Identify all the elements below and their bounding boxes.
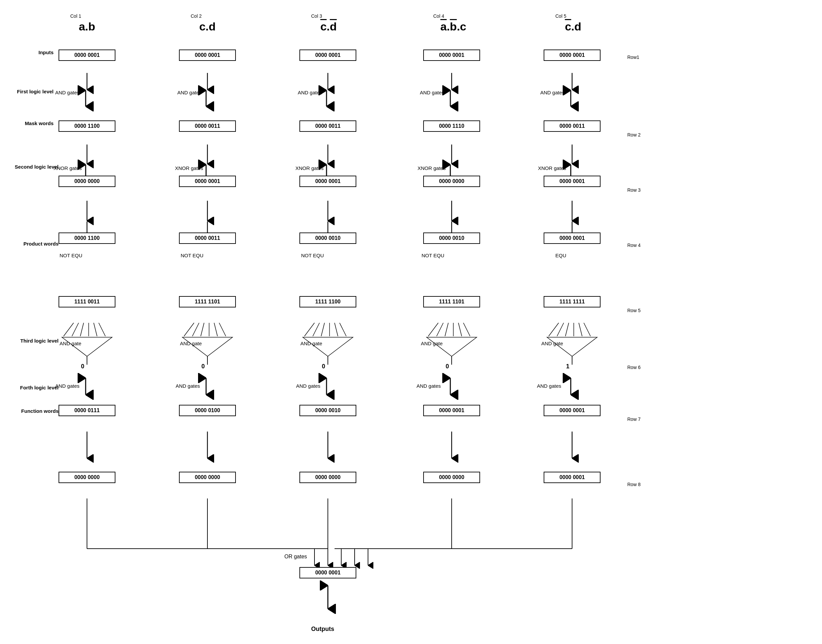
svg-line-16	[80, 323, 84, 336]
arrows-svg	[0, 0, 822, 644]
svg-line-36	[214, 323, 218, 336]
svg-line-93	[579, 323, 582, 336]
row5-label: Row 5	[627, 308, 641, 313]
svg-marker-56	[303, 337, 353, 356]
not-equ-col2: NOT EQU	[181, 253, 203, 258]
svg-line-72	[437, 323, 443, 336]
row5-col3-box: 1111 1100	[299, 296, 356, 307]
svg-marker-95	[547, 337, 597, 356]
row1-col2-box: 0000 0001	[179, 49, 236, 61]
not-equ-col1: NOT EQU	[60, 253, 82, 258]
row5-col1-box: 1111 0011	[58, 296, 115, 307]
svg-line-54	[334, 323, 338, 336]
row2-label: Row 2	[627, 132, 641, 138]
row8-col4-box: 0000 0000	[423, 472, 480, 483]
row8-col1-box: 0000 0000	[58, 472, 115, 483]
row8-col3-box: 0000 0000	[299, 472, 356, 483]
final-output-box: 0000 0001	[299, 567, 356, 578]
and-gates-col5: AND gates	[540, 90, 565, 95]
xnor-gates-col5: XNOR gates	[538, 165, 566, 171]
outputs-label: Outputs	[311, 626, 334, 633]
row7-col5-box: 0000 0001	[544, 405, 601, 416]
svg-line-89	[549, 323, 559, 336]
svg-line-32	[184, 323, 194, 336]
or-gates-label: OR gates	[284, 554, 307, 560]
svg-line-73	[445, 323, 448, 336]
col2-header: Col 2	[191, 13, 202, 19]
first-logic-label: First logic level	[0, 89, 54, 94]
and-gates-forth-col2: AND gates	[176, 383, 200, 389]
row7-col1-box: 0000 0111	[58, 405, 115, 416]
forth-logic-label: Forth logic level	[0, 385, 58, 390]
row3-col4-box: 0000 0000	[423, 176, 480, 187]
row1-col5-box: 0000 0001	[544, 49, 601, 61]
svg-line-71	[428, 323, 438, 336]
row3-col2-box: 0000 0001	[179, 176, 236, 187]
and-gates-forth-col4: AND gates	[417, 383, 441, 389]
row1-col1-box: 0000 0001	[58, 49, 115, 61]
row8-col5-box: 0000 0001	[544, 472, 601, 483]
and-gate-single-col4: AND gate	[421, 340, 443, 346]
mask-words-label: Mask words	[0, 120, 54, 126]
and-gates-col4: AND gates	[420, 90, 444, 95]
row4-label: Row 4	[627, 242, 641, 248]
row4-col1-box: 0000 1100	[58, 233, 115, 244]
row1-label: Row1	[627, 55, 640, 60]
xnor-gates-col3: XNOR gates	[295, 165, 324, 171]
diagram-container: Col 1 Col 2 Col 3 Col 4 Col 5 a.b c.d c.…	[0, 0, 822, 644]
svg-line-33	[192, 323, 199, 336]
svg-line-91	[565, 323, 569, 336]
not-equ-col3: NOT EQU	[301, 253, 324, 258]
row1-col4-box: 0000 0001	[423, 49, 480, 61]
and-gates-forth-col3: AND gates	[296, 383, 321, 389]
xnor-gates-col4: XNOR gates	[417, 165, 446, 171]
row3-col3-box: 0000 0001	[299, 176, 356, 187]
col1-label: a.b	[69, 20, 105, 33]
col4-header: Col 4	[433, 13, 444, 19]
row7-col3-box: 0000 0010	[299, 405, 356, 416]
svg-marker-77	[426, 337, 477, 356]
col2-label: c.d	[189, 20, 226, 33]
row6-col3-val: 0	[322, 363, 325, 370]
row7-label: Row 7	[627, 417, 641, 422]
and-gates-forth-col5: AND gates	[537, 383, 561, 389]
not-equ-col4: NOT EQU	[422, 253, 444, 258]
svg-line-90	[557, 323, 564, 336]
row2-col4-box: 0000 1110	[423, 120, 480, 132]
svg-line-19	[99, 323, 105, 336]
row4-col3-box: 0000 0010	[299, 233, 356, 244]
row5-col4-box: 1111 1101	[423, 296, 480, 307]
row4-col5-box: 0000 0001	[544, 233, 601, 244]
svg-line-37	[219, 323, 226, 336]
svg-line-75	[459, 323, 462, 336]
svg-line-76	[463, 323, 470, 336]
svg-marker-20	[62, 337, 112, 356]
col5-label: c.d	[551, 20, 595, 33]
svg-line-52	[321, 323, 325, 336]
equ-col5: EQU	[555, 253, 566, 258]
product-words-label: Product words	[0, 241, 58, 247]
svg-line-14	[64, 323, 74, 336]
and-gates-forth-col1: AND gates	[55, 383, 80, 389]
row5-col5-box: 1111 1111	[544, 296, 601, 307]
xnor-gates-col1: XNOR gates	[54, 165, 81, 171]
row6-col4-val: 0	[446, 363, 449, 370]
row4-col4-box: 0000 0010	[423, 233, 480, 244]
svg-line-15	[72, 323, 79, 336]
row1-col3-box: 0000 0001	[299, 49, 356, 61]
col3-label: c.d	[308, 20, 349, 33]
svg-line-50	[304, 323, 314, 336]
and-gate-single-col3: AND gate	[301, 340, 322, 346]
and-gates-col3: AND gates	[298, 90, 322, 95]
row2-col3-box: 0000 0011	[299, 120, 356, 132]
row6-label: Row 6	[627, 365, 641, 370]
inputs-label: Inputs	[0, 49, 54, 55]
row6-col1-val: 0	[81, 363, 84, 370]
svg-line-18	[94, 323, 97, 336]
and-gate-single-col5: AND gate	[541, 340, 563, 346]
svg-line-94	[584, 323, 590, 336]
and-gate-single-col1: AND gate	[60, 340, 81, 346]
and-gates-col2: AND gates	[177, 90, 202, 95]
col1-header: Col 1	[70, 13, 81, 19]
col4-label: a.b.c	[430, 20, 477, 33]
